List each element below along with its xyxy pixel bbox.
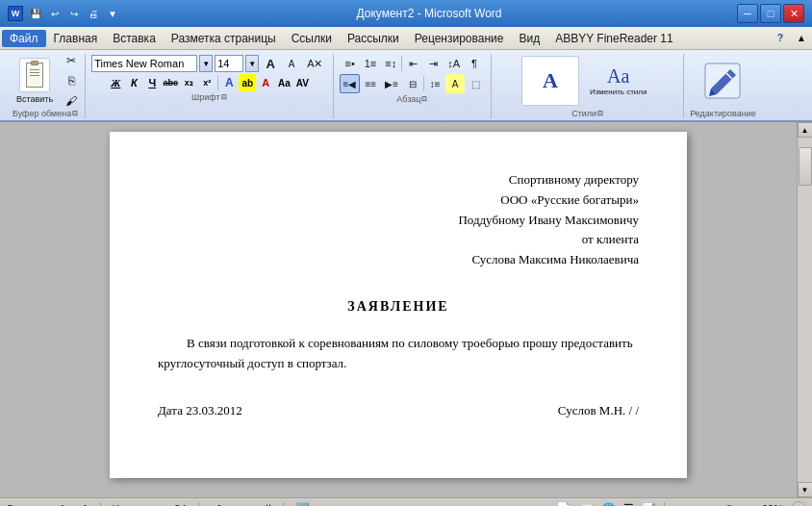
increase-indent-button[interactable]: ⇥ xyxy=(423,54,443,73)
header-line-2: ООО «Русские богатыри» xyxy=(158,190,639,211)
justify-button[interactable]: ⊟ xyxy=(403,74,422,93)
clear-format-button[interactable]: A✕ xyxy=(303,54,326,73)
language-flag: 🔤 xyxy=(295,502,310,507)
line-spacing-button[interactable]: ↕≡ xyxy=(425,74,444,93)
bullets-button[interactable]: ≡• xyxy=(341,54,360,73)
decrease-indent-button[interactable]: ⇤ xyxy=(403,54,422,73)
show-marks-button[interactable]: ¶ xyxy=(465,54,484,73)
vertical-scrollbar[interactable]: ▲ ▼ xyxy=(797,122,812,497)
font-expand[interactable]: ⊡ xyxy=(221,93,227,101)
copy-button[interactable]: ⎘ xyxy=(62,71,81,90)
menu-file[interactable]: Файл xyxy=(2,30,46,47)
paste-button[interactable]: Вставить xyxy=(10,54,60,108)
zoom-bar: − + 90% xyxy=(672,503,783,507)
grow-font-button[interactable]: A xyxy=(261,54,280,73)
font-case-button[interactable]: Аа xyxy=(275,74,292,91)
menu-view[interactable]: Вид xyxy=(511,30,547,47)
italic-button[interactable]: К xyxy=(125,74,142,91)
maximize-button[interactable]: □ xyxy=(760,4,781,23)
align-center-button[interactable]: ≡≡ xyxy=(361,74,380,93)
view-read-btn[interactable]: 📖 xyxy=(579,502,594,507)
font-label: Шрифт xyxy=(191,92,220,102)
scroll-down-button[interactable]: ▼ xyxy=(798,482,813,497)
zoom-level[interactable]: 90% xyxy=(754,503,783,507)
cut-button[interactable]: ✂ xyxy=(62,51,81,70)
qat-dropdown[interactable]: ▼ xyxy=(104,5,121,22)
footer-date: Дата 23.03.2012 xyxy=(158,403,242,418)
styles-expand[interactable]: ⊡ xyxy=(597,110,603,117)
font-name-input[interactable] xyxy=(91,55,197,72)
format-painter-button[interactable]: 🖌 xyxy=(62,91,81,111)
menu-review[interactable]: Рецензирование xyxy=(407,30,512,47)
text-effects-button[interactable]: A xyxy=(220,74,238,91)
multilevel-button[interactable]: ≡↕ xyxy=(381,54,400,73)
footer-signature: Суслов М.Н. / / xyxy=(558,403,639,418)
underline-button[interactable]: Ч xyxy=(143,74,161,91)
border-button[interactable]: ⬚ xyxy=(466,74,485,93)
kerning-button[interactable]: AV xyxy=(293,74,311,91)
format-buttons-row: Ж К Ч abc x₂ x² A ab A Аа AV xyxy=(107,74,311,91)
numbering-button[interactable]: 1≡ xyxy=(361,54,381,73)
strikethrough-button[interactable]: abc xyxy=(162,74,179,91)
zoom-plus-button[interactable]: + xyxy=(791,501,806,507)
doc-header-block: Спортивному директору ООО «Русские богат… xyxy=(158,170,639,270)
paragraph-expand[interactable]: ⊡ xyxy=(421,95,427,103)
editing-button[interactable] xyxy=(698,56,748,106)
menu-mailings[interactable]: Рассылки xyxy=(340,30,407,47)
menu-bar: Файл Главная Вставка Разметка страницы С… xyxy=(0,27,812,50)
view-outline-btn[interactable]: ☰ xyxy=(623,502,634,507)
help-button[interactable]: ? xyxy=(772,30,789,47)
status-bar: Страница: 1 из 1 Число слов: 34 ✔ русски… xyxy=(0,497,812,506)
menu-insert[interactable]: Вставка xyxy=(105,30,164,47)
align-left-button[interactable]: ≡◀ xyxy=(340,74,361,93)
word-app-icon: W xyxy=(8,6,23,21)
zoom-out-button[interactable]: − xyxy=(672,503,678,507)
redo-button[interactable]: ↪ xyxy=(65,5,83,22)
document-page[interactable]: Спортивному директору ООО «Русские богат… xyxy=(110,132,687,478)
save-button[interactable]: 💾 xyxy=(27,5,44,22)
language-label[interactable]: русский xyxy=(234,503,271,507)
menu-layout[interactable]: Разметка страницы xyxy=(164,30,284,47)
minimize-button[interactable]: ─ xyxy=(737,4,758,23)
bold-button[interactable]: Ж xyxy=(107,74,124,91)
font-selector-row: ▼ ▼ A A A✕ xyxy=(91,54,326,73)
shrink-font-button[interactable]: A xyxy=(282,54,301,73)
font-size-input[interactable] xyxy=(215,55,243,72)
undo-button[interactable]: ↩ xyxy=(46,5,63,22)
status-divider-3 xyxy=(283,502,284,507)
text-highlight-button[interactable]: ab xyxy=(239,74,256,91)
align-right-button[interactable]: ▶≡ xyxy=(381,74,402,93)
menu-abbyy[interactable]: ABBYY FineReader 11 xyxy=(547,30,681,47)
subscript-button[interactable]: x₂ xyxy=(180,74,197,91)
express-styles-button[interactable]: A xyxy=(521,56,579,106)
page-container[interactable]: Спортивному директору ООО «Русские богат… xyxy=(0,122,797,497)
print-button[interactable]: 🖨 xyxy=(85,5,102,22)
scroll-thumb[interactable] xyxy=(799,147,812,186)
close-button[interactable]: ✕ xyxy=(783,4,804,23)
zoom-in-button[interactable]: + xyxy=(745,503,750,507)
title-bar: W 💾 ↩ ↪ 🖨 ▼ Документ2 - Microsoft Word ─… xyxy=(0,0,812,27)
change-styles-label: Изменить стили xyxy=(590,88,647,96)
ribbon-styles-section: A Aa Изменить стили Стили ⊡ xyxy=(492,54,684,118)
scroll-up-button[interactable]: ▲ xyxy=(798,122,813,138)
font-color-button[interactable]: A xyxy=(257,74,274,91)
sort-button[interactable]: ↕A xyxy=(444,54,464,73)
view-draft-btn[interactable]: 📝 xyxy=(642,502,656,507)
scroll-track[interactable] xyxy=(798,138,812,482)
document-title: ЗАЯВЛЕНИЕ xyxy=(158,299,639,315)
shading-button[interactable]: A xyxy=(445,74,465,93)
superscript-button[interactable]: x² xyxy=(198,74,216,91)
ribbon-collapse-button[interactable]: ▲ xyxy=(793,30,810,47)
title-bar-left: W 💾 ↩ ↪ 🖨 ▼ xyxy=(8,5,121,22)
font-name-dropdown[interactable]: ▼ xyxy=(199,55,213,72)
menu-references[interactable]: Ссылки xyxy=(284,30,340,47)
change-styles-button[interactable]: Aa Изменить стили xyxy=(583,67,654,94)
document-footer: Дата 23.03.2012 Суслов М.Н. / / xyxy=(158,403,639,418)
view-web-btn[interactable]: 🌐 xyxy=(601,502,616,507)
clipboard-expand[interactable]: ⊡ xyxy=(72,110,78,117)
paragraph-label: Абзац xyxy=(396,94,420,104)
menu-home[interactable]: Главная xyxy=(46,30,106,47)
font-size-dropdown[interactable]: ▼ xyxy=(245,55,259,72)
view-print-btn[interactable]: 📄 xyxy=(555,501,571,507)
spellcheck-icon[interactable]: ✔ xyxy=(211,501,222,507)
